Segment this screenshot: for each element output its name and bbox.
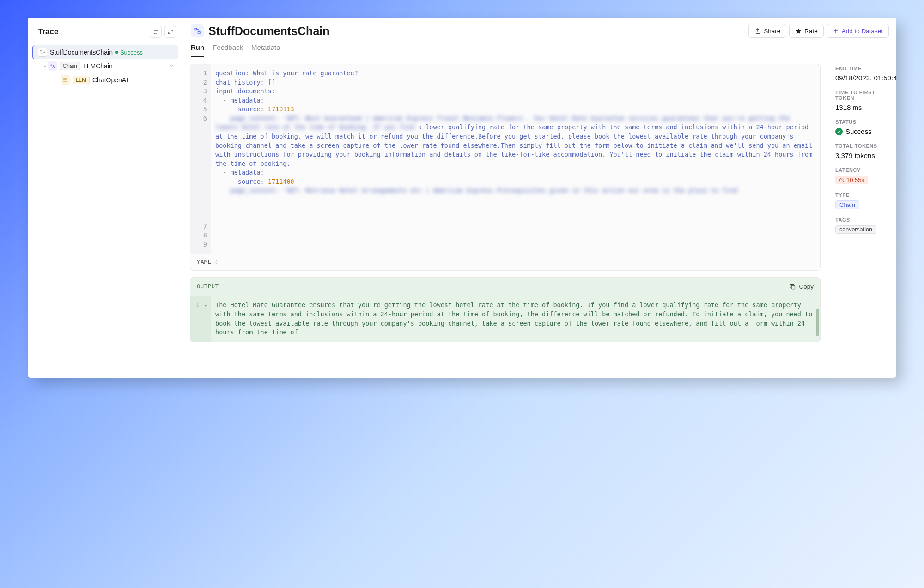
rate-button[interactable]: Rate (789, 24, 824, 38)
selector-icon (214, 259, 219, 265)
output-codeblock: OUTPUT Copy 1 ▾ The Hotel Rate Guarantee… (190, 277, 821, 342)
copy-button-label: Copy (799, 282, 814, 291)
output-code: The Hotel Rate Guarantee ensures that yo… (211, 296, 820, 341)
tree-connector: └ (55, 77, 59, 83)
svg-rect-6 (791, 285, 795, 289)
meta-label: TAGS (835, 217, 891, 223)
app-window: Trace StuffDocumentsChain Success └ (28, 18, 896, 378)
share-button[interactable]: Share (748, 24, 786, 38)
tree-node-status: Success (116, 49, 143, 56)
tree-node-llmchain[interactable]: └ Chain LLMChain (28, 59, 178, 73)
content-wrap: 123456 789 question: What is your rate g… (183, 57, 896, 378)
svg-point-0 (40, 50, 41, 51)
check-icon (835, 128, 843, 135)
meta-label: STATUS (835, 119, 891, 125)
copy-button[interactable]: Copy (789, 282, 814, 291)
meta-label: END TIME (835, 66, 891, 71)
star-icon (795, 28, 802, 34)
tree-node-stuffdocumentschain[interactable]: StuffDocumentsChain Success (32, 45, 178, 59)
type-badge: Chain (835, 200, 859, 209)
meta-end-time: END TIME 09/18/2023, 01:50:42 (835, 66, 891, 82)
meta-tokens: TOTAL TOKENS 3,379 tokens (835, 143, 891, 159)
chain-flow-icon (38, 48, 47, 57)
header-actions: Share Rate Add to Dataset (748, 24, 889, 38)
tree-connector: └ (43, 63, 46, 69)
tab-metadata[interactable]: Metadata (251, 43, 280, 57)
meta-value: 1318 ms (835, 103, 891, 111)
tab-feedback[interactable]: Feedback (213, 43, 243, 57)
tree-node-type-badge: Chain (60, 62, 80, 70)
svg-rect-2 (50, 64, 52, 66)
meta-panel: END TIME 09/18/2023, 01:50:42 TIME TO FI… (827, 57, 896, 378)
sidebar-actions (150, 26, 176, 38)
sidebar-header: Trace (28, 18, 183, 45)
latency-value: 10.55s (846, 176, 864, 183)
svg-point-1 (44, 52, 45, 53)
title-row: StuffDocumentsChain Share Rate Add to Da… (191, 24, 889, 38)
meta-status: STATUS Success (835, 119, 891, 135)
status-pill: Success (835, 127, 891, 135)
share-icon (754, 28, 761, 34)
meta-ttft: TIME TO FIRST TOKEN 1318 ms (835, 90, 891, 111)
meta-label: LATENCY (835, 167, 891, 173)
input-code: question: What is your rate guarantee? c… (211, 64, 820, 254)
trace-tree: StuffDocumentsChain Success └ Chain LLMC… (28, 45, 183, 87)
share-button-label: Share (764, 28, 780, 35)
tree-node-label: ChatOpenAI (92, 76, 128, 84)
input-gutter: 123456 789 (190, 64, 211, 254)
output-scrollbar[interactable] (816, 309, 819, 336)
tab-run[interactable]: Run (191, 43, 204, 57)
chain-icon (48, 61, 57, 71)
svg-rect-3 (53, 67, 55, 68)
tree-node-label: StuffDocumentsChain (50, 48, 113, 56)
title-left: StuffDocumentsChain (191, 24, 330, 38)
llm-icon (61, 75, 70, 85)
tabs: Run Feedback Metadata (191, 43, 889, 57)
expand-icon-button[interactable] (164, 26, 176, 38)
clock-icon (839, 177, 845, 183)
page-title: StuffDocumentsChain (208, 24, 330, 38)
meta-value: 3,379 tokens (835, 152, 891, 159)
copy-icon (789, 283, 796, 290)
output-label: OUTPUT (197, 283, 219, 291)
main-panel: StuffDocumentsChain Share Rate Add to Da… (183, 18, 896, 378)
meta-value: 09/18/2023, 01:50:42 (835, 74, 891, 82)
meta-label: TYPE (835, 192, 891, 198)
fold-icon[interactable]: ▾ (204, 303, 207, 308)
add-to-dataset-label: Add to Dataset (842, 28, 883, 35)
tree-node-type-badge: LLM (73, 76, 90, 84)
swap-icon-button[interactable] (150, 26, 162, 38)
output-gutter: 1 ▾ (190, 296, 211, 341)
meta-type: TYPE Chain (835, 192, 891, 209)
run-content: 123456 789 question: What is your rate g… (183, 57, 827, 378)
rate-button-label: Rate (804, 28, 818, 35)
plus-icon (833, 28, 839, 34)
meta-tags: TAGS conversation (835, 217, 891, 234)
add-to-dataset-button[interactable]: Add to Dataset (827, 24, 889, 38)
tree-node-chatopenai[interactable]: └ LLM ChatOpenAI (28, 73, 178, 87)
svg-rect-5 (198, 31, 200, 34)
chevron-down-icon[interactable] (169, 62, 175, 70)
status-text: Success (845, 127, 872, 135)
meta-label: TIME TO FIRST TOKEN (835, 90, 891, 101)
svg-rect-4 (195, 28, 197, 30)
latency-badge: 10.55s (835, 176, 868, 184)
tag-badge[interactable]: conversation (835, 225, 876, 234)
trace-sidebar: Trace StuffDocumentsChain Success └ (28, 18, 183, 378)
output-header: OUTPUT Copy (190, 278, 820, 297)
format-selector[interactable]: YAML (190, 254, 820, 270)
trace-title: Trace (38, 27, 58, 36)
main-header: StuffDocumentsChain Share Rate Add to Da… (183, 18, 896, 57)
tree-node-label: LLMChain (83, 62, 113, 70)
input-codeblock[interactable]: 123456 789 question: What is your rate g… (190, 64, 821, 271)
meta-label: TOTAL TOKENS (835, 143, 891, 149)
page-title-icon (191, 24, 204, 37)
format-label: YAML (197, 258, 211, 267)
meta-latency: LATENCY 10.55s (835, 167, 891, 184)
